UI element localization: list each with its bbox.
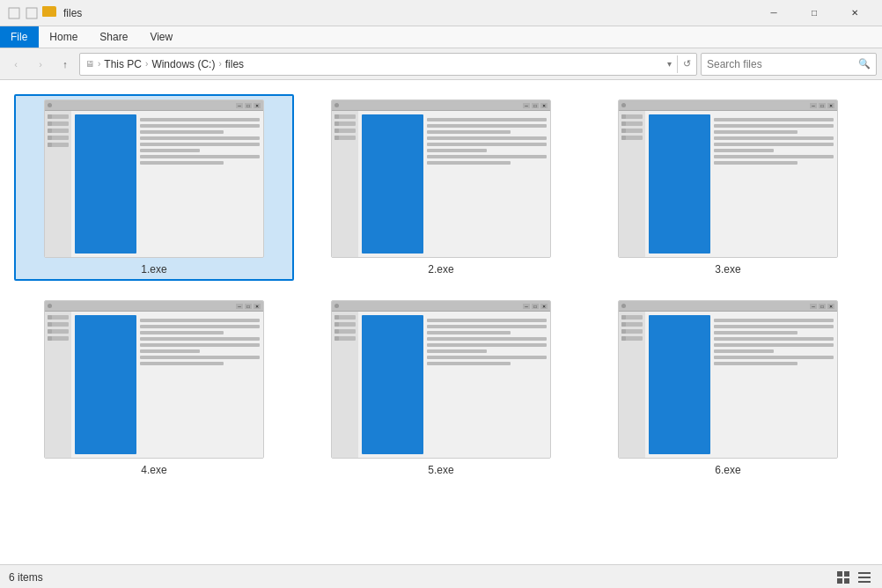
- file-name-2: 2.exe: [428, 263, 453, 276]
- address-dropdown-icon[interactable]: ▾: [667, 59, 672, 69]
- search-bar[interactable]: 🔍: [701, 53, 877, 76]
- item-count: 6 items: [9, 571, 43, 584]
- back-icon: [25, 6, 39, 20]
- file-item-5[interactable]: ─ □ ✕: [301, 295, 581, 481]
- svg-rect-1: [26, 8, 37, 18]
- address-bar[interactable]: 🖥 › This PC › Windows (C:) › files ▾ ↺: [79, 53, 697, 76]
- title-bar-icons: [7, 6, 56, 20]
- file-name-4: 4.exe: [141, 464, 166, 476]
- svg-rect-4: [837, 578, 842, 584]
- breadcrumb-windows-c[interactable]: Windows (C:): [151, 58, 215, 70]
- svg-rect-8: [858, 581, 871, 583]
- file-thumb-2: ─ □ ✕: [331, 99, 551, 258]
- title-bar: files ─ □ ✕: [0, 0, 882, 26]
- svg-rect-3: [844, 571, 849, 577]
- forward-button[interactable]: ›: [30, 54, 51, 75]
- file-item-2[interactable]: ─ □ ✕: [301, 94, 581, 281]
- file-item-6[interactable]: ─ □ ✕: [588, 295, 868, 481]
- breadcrumb-sep-3: ›: [218, 59, 221, 69]
- file-name-6: 6.exe: [715, 464, 740, 476]
- svg-rect-7: [858, 577, 871, 578]
- close-button[interactable]: ✕: [834, 0, 875, 26]
- file-name-5: 5.exe: [428, 464, 453, 476]
- file-item-1[interactable]: ─ □ ✕: [14, 94, 294, 281]
- breadcrumb-this-pc[interactable]: This PC: [104, 58, 142, 70]
- svg-rect-5: [844, 578, 849, 584]
- quick-access-icon: [7, 6, 21, 20]
- file-name-3: 3.exe: [715, 263, 740, 276]
- minimize-button[interactable]: ─: [753, 0, 794, 26]
- window-controls: ─ □ ✕: [753, 0, 875, 26]
- large-icons-view-button[interactable]: [834, 569, 852, 586]
- maximize-button[interactable]: □: [794, 0, 834, 26]
- file-item-3[interactable]: ─ □ ✕: [588, 94, 868, 281]
- tab-home[interactable]: Home: [39, 26, 89, 48]
- svg-rect-6: [858, 572, 871, 574]
- search-input[interactable]: [707, 58, 858, 70]
- breadcrumb-pc-icon: 🖥: [85, 59, 94, 69]
- svg-rect-2: [837, 571, 842, 577]
- file-area: ─ □ ✕: [0, 80, 882, 564]
- tab-share[interactable]: Share: [89, 26, 139, 48]
- file-item-4[interactable]: ─ □ ✕: [14, 295, 294, 481]
- file-thumb-1: ─ □ ✕: [44, 99, 264, 258]
- breadcrumb-sep-2: ›: [145, 59, 148, 69]
- tab-file[interactable]: File: [0, 26, 39, 48]
- refresh-address-button[interactable]: ↺: [683, 58, 691, 70]
- up-button[interactable]: ↑: [55, 54, 76, 75]
- folder-icon: [42, 6, 56, 17]
- window-title: files: [63, 7, 82, 19]
- ribbon: File Home Share View: [0, 26, 882, 48]
- nav-bar: ‹ › ↑ 🖥 › This PC › Windows (C:) › files…: [0, 48, 882, 80]
- view-controls: [834, 569, 873, 586]
- file-thumb-5: ─ □ ✕: [331, 300, 551, 459]
- status-bar: 6 items: [0, 564, 882, 588]
- file-thumb-3: ─ □ ✕: [618, 99, 838, 258]
- file-name-1: 1.exe: [141, 263, 166, 276]
- main-area: ─ □ ✕: [0, 80, 882, 564]
- ribbon-tabs: File Home Share View: [0, 26, 882, 48]
- svg-rect-0: [9, 8, 19, 18]
- file-thumb-4: ─ □ ✕: [44, 300, 264, 459]
- search-icon[interactable]: 🔍: [858, 58, 871, 70]
- tab-view[interactable]: View: [139, 26, 184, 48]
- breadcrumb-files[interactable]: files: [225, 58, 244, 70]
- back-button[interactable]: ‹: [5, 54, 26, 75]
- details-view-button[interactable]: [856, 569, 873, 586]
- breadcrumb-sep-1: ›: [98, 59, 100, 69]
- file-thumb-6: ─ □ ✕: [618, 300, 838, 459]
